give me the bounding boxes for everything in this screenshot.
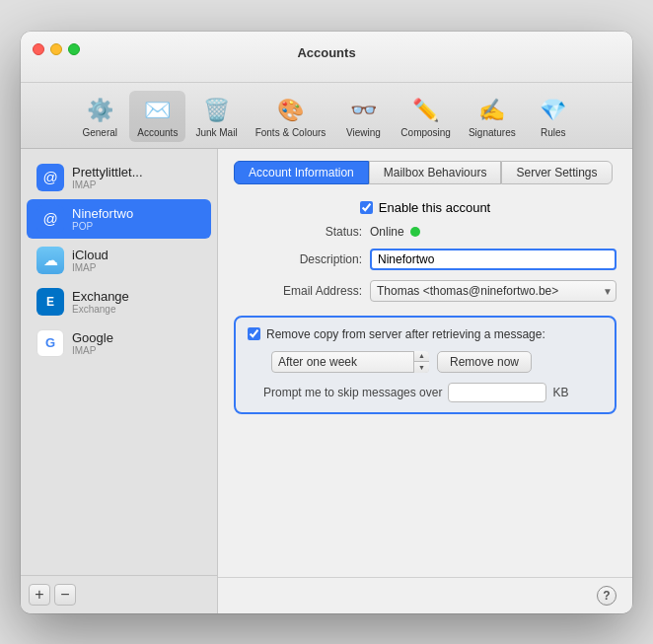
- toolbar-item-accounts[interactable]: ✉️ Accounts: [129, 91, 185, 142]
- pop-section: Remove copy from server after retrieving…: [234, 316, 617, 414]
- schedule-select[interactable]: After one week After one day After one m…: [271, 351, 429, 373]
- toolbar-label-rules: Rules: [541, 127, 566, 138]
- prompt-label: Prompt me to skip messages over: [263, 386, 442, 399]
- enable-account-row: Enable this account: [234, 200, 617, 215]
- window-title: Accounts: [297, 45, 355, 60]
- main-content: @ Prettylittlet... IMAP @ Ninefortwo POP…: [21, 149, 632, 613]
- accounts-icon: ✉️: [142, 95, 174, 126]
- toolbar-item-general[interactable]: ⚙️ General: [72, 91, 127, 142]
- description-row: Description:: [234, 249, 617, 270]
- schedule-select-wrapper: After one week After one day After one m…: [271, 351, 429, 373]
- enable-account-label: Enable this account: [379, 200, 490, 215]
- main-window: Accounts ⚙️ General ✉️ Accounts 🗑️ Junk …: [21, 32, 632, 613]
- remove-now-button[interactable]: Remove now: [437, 351, 532, 373]
- toolbar-label-viewing: Viewing: [346, 127, 381, 138]
- account-icon-exchange: E: [36, 288, 64, 316]
- enable-account-checkbox[interactable]: [360, 201, 373, 214]
- account-name-exchange: Exchange: [72, 289, 129, 304]
- viewing-icon: 👓: [347, 95, 379, 126]
- maximize-button[interactable]: [68, 43, 80, 55]
- account-name-google: Google: [72, 330, 113, 345]
- traffic-lights: [33, 43, 80, 55]
- account-icon-icloud: ☁: [36, 247, 64, 274]
- toolbar-label-composing: Composing: [400, 127, 451, 138]
- toolbar-item-viewing[interactable]: 👓 Viewing: [335, 91, 391, 142]
- fonts-colours-icon: 🎨: [274, 95, 306, 126]
- account-type-ninefortwo: POP: [72, 221, 133, 232]
- stepper-up-icon[interactable]: ▲: [414, 351, 429, 363]
- toolbar-label-fonts-colours: Fonts & Colours: [255, 127, 326, 138]
- tab-account-info[interactable]: Account Information: [234, 161, 369, 184]
- account-type-prettylittlet: IMAP: [72, 179, 143, 190]
- status-dot: [410, 227, 420, 237]
- kb-label: KB: [552, 386, 568, 399]
- junk-mail-icon: 🗑️: [201, 95, 233, 126]
- account-type-google: IMAP: [72, 345, 113, 356]
- rules-icon: 💎: [538, 95, 569, 126]
- email-address-label: Email Address:: [234, 284, 362, 298]
- signatures-icon: ✍️: [476, 95, 508, 126]
- status-label: Status:: [234, 225, 362, 239]
- sidebar: @ Prettylittlet... IMAP @ Ninefortwo POP…: [21, 149, 218, 613]
- titlebar: Accounts: [21, 32, 632, 83]
- help-area: ?: [218, 577, 632, 613]
- account-type-exchange: Exchange: [72, 304, 129, 315]
- account-name-icloud: iCloud: [72, 248, 109, 262]
- kb-input[interactable]: [448, 383, 546, 402]
- pop-controls-row: After one week After one day After one m…: [248, 351, 603, 373]
- description-label: Description:: [234, 252, 362, 266]
- account-icon-prettylittlet: @: [36, 164, 64, 191]
- sidebar-item-google[interactable]: G Google IMAP: [27, 323, 211, 363]
- description-input[interactable]: [370, 249, 617, 270]
- remove-account-button[interactable]: −: [54, 584, 76, 606]
- toolbar-label-accounts: Accounts: [137, 127, 178, 138]
- sidebar-item-prettylittlet[interactable]: @ Prettylittlet... IMAP: [27, 158, 211, 197]
- add-account-button[interactable]: +: [29, 584, 50, 606]
- sidebar-actions: + −: [21, 575, 217, 613]
- toolbar-label-signatures: Signatures: [469, 127, 516, 138]
- help-button[interactable]: ?: [597, 586, 617, 606]
- detail-panel: Account Information Mailbox Behaviours S…: [218, 149, 632, 577]
- remove-copy-row: Remove copy from server after retrieving…: [248, 327, 603, 341]
- sidebar-item-exchange[interactable]: E Exchange Exchange: [27, 282, 211, 322]
- general-icon: ⚙️: [84, 95, 115, 126]
- status-indicator: Online: [370, 225, 420, 239]
- schedule-stepper[interactable]: ▲ ▼: [413, 351, 429, 373]
- tab-server-settings[interactable]: Server Settings: [501, 161, 612, 184]
- sidebar-item-ninefortwo[interactable]: @ Ninefortwo POP: [27, 199, 211, 239]
- close-button[interactable]: [33, 43, 44, 55]
- sidebar-spacer: [21, 364, 217, 575]
- toolbar-item-signatures[interactable]: ✍️ Signatures: [461, 91, 524, 142]
- toolbar-item-fonts-colours[interactable]: 🎨 Fonts & Colours: [248, 91, 334, 142]
- account-icon-google: G: [36, 329, 64, 357]
- toolbar: ⚙️ General ✉️ Accounts 🗑️ Junk Mail 🎨 Fo…: [21, 83, 632, 149]
- account-type-icloud: IMAP: [72, 262, 109, 273]
- remove-copy-label: Remove copy from server after retrieving…: [266, 327, 545, 341]
- status-row: Status: Online: [234, 225, 617, 239]
- email-address-row: Email Address: Thomas <thomas@ninefortwo…: [234, 280, 617, 302]
- composing-icon: ✏️: [410, 95, 442, 126]
- status-text: Online: [370, 225, 404, 239]
- toolbar-label-junk-mail: Junk Mail: [195, 127, 237, 138]
- toolbar-item-junk-mail[interactable]: 🗑️ Junk Mail: [187, 91, 245, 142]
- account-name-ninefortwo: Ninefortwo: [72, 206, 133, 221]
- tabs: Account Information Mailbox Behaviours S…: [234, 161, 617, 184]
- stepper-down-icon[interactable]: ▼: [414, 362, 429, 373]
- toolbar-item-rules[interactable]: 💎 Rules: [526, 91, 581, 142]
- account-name-prettylittlet: Prettylittlet...: [72, 165, 143, 179]
- sidebar-item-icloud[interactable]: ☁ iCloud IMAP: [27, 241, 211, 280]
- toolbar-item-composing[interactable]: ✏️ Composing: [393, 91, 459, 142]
- kb-row: Prompt me to skip messages over KB: [248, 383, 603, 402]
- remove-copy-checkbox[interactable]: [248, 327, 260, 340]
- minimize-button[interactable]: [50, 43, 62, 55]
- email-address-select[interactable]: Thomas <thomas@ninefortwo.be>: [370, 280, 617, 302]
- email-address-select-wrapper: Thomas <thomas@ninefortwo.be> ▼: [370, 280, 617, 302]
- detail-container: Account Information Mailbox Behaviours S…: [218, 149, 632, 613]
- toolbar-label-general: General: [82, 127, 117, 138]
- account-icon-ninefortwo: @: [36, 205, 64, 233]
- tab-mailbox-behaviours[interactable]: Mailbox Behaviours: [369, 161, 502, 184]
